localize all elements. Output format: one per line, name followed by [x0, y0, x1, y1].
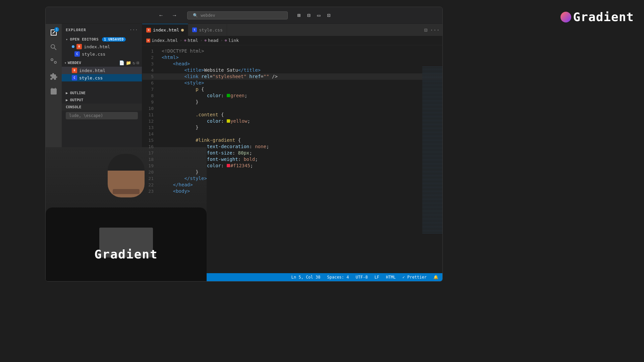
code-line-21: 21 </style> [142, 175, 442, 182]
tab-unsaved-dot [181, 29, 184, 32]
sidebar-header-icons: ··· [129, 27, 138, 33]
breadcrumb-html[interactable]: ⊕ html [184, 38, 198, 43]
spaces-indicator[interactable]: Spaces: 4 [326, 275, 350, 280]
code-line-1: 1 <!DOCTYPE html> [142, 48, 442, 54]
tab-css-icon: C [192, 27, 197, 32]
code-line-15: 15 #link-gradient { [142, 137, 442, 143]
code-line-6: 6 <style> [142, 80, 442, 86]
console-section[interactable]: CONSOLE [62, 104, 142, 111]
titlebar: ← → 🔍 webdev ⊞ ⊟ ▭ ⊡ [46, 7, 442, 24]
css-icon: C [74, 51, 80, 57]
code-line-8: 8 color: green; [142, 93, 442, 99]
code-container[interactable]: 1 <!DOCTYPE html> 2 <html> 3 <head> 4 [142, 45, 442, 273]
bell-icon[interactable]: 🔔 [432, 275, 440, 280]
forward-button[interactable]: → [169, 11, 180, 20]
code-line-11: 11 .content { [142, 112, 442, 118]
color-swatch-yellow [227, 119, 230, 123]
code-line-14: 14 [142, 131, 442, 137]
code-line-19: 19 color: #f12345; [142, 163, 442, 169]
tab-bar-icons: ⊡ ··· [424, 27, 442, 33]
code-line-20: 20 } [142, 169, 442, 175]
titlebar-icons: ⊞ ⊟ ▭ ⊡ [295, 11, 332, 19]
code-line-13: 13 } [142, 124, 442, 131]
webdev-file-index-html[interactable]: H index.html [62, 67, 142, 74]
open-file-style-css[interactable]: C style.css [62, 50, 142, 58]
code-line-9: 9 } [142, 99, 442, 105]
code-line-18: 18 font-weight: bold; [142, 156, 442, 163]
collapse-icon[interactable]: ⊟ [137, 60, 139, 65]
layout-icon-1[interactable]: ⊞ [295, 11, 303, 19]
webdev-section: ▾ WEBDEV 📄 📁 ↻ ⊟ H index.html C [62, 58, 142, 83]
breadcrumb-html-icon: H [146, 39, 150, 43]
code-line-2: 2 <html> [142, 54, 442, 61]
formatter-indicator[interactable]: ✓ Prettier [401, 275, 428, 280]
tab-index-html[interactable]: H index.html [142, 24, 188, 36]
open-editors-section[interactable]: ▾ OPEN EDITORS 1 unsaved [62, 36, 142, 43]
breadcrumb-sep-2: › [200, 38, 203, 43]
breadcrumb-sep-3: › [220, 38, 223, 43]
layout-icon-3[interactable]: ▭ [315, 11, 323, 19]
refresh-icon[interactable]: ↻ [132, 60, 135, 65]
activity-source-control[interactable] [48, 56, 60, 68]
activity-tree[interactable] [48, 85, 60, 98]
main-layout: 1 [46, 24, 442, 281]
webdev-header[interactable]: ▾ WEBDEV 📄 📁 ↻ ⊟ [62, 59, 142, 67]
activity-extensions[interactable] [48, 71, 60, 83]
sidebar: EXPLORER ··· ▾ OPEN EDITORS 1 unsaved H … [62, 24, 142, 281]
tab-html-icon: H [146, 28, 151, 33]
new-file-icon[interactable]: 📄 [119, 60, 124, 65]
code-line-16: 16 text-decoration: none; [142, 143, 442, 150]
code-line-7: 7 p { [142, 86, 442, 93]
color-swatch-red [227, 164, 230, 167]
color-swatch-green [227, 94, 230, 97]
search-bar[interactable]: 🔍 webdev [187, 11, 288, 19]
code-line-17: 17 font-size: 80px; [142, 150, 442, 156]
editor-area: H index.html C style.css ⊡ ··· H index.h… [142, 24, 442, 281]
new-folder-icon[interactable]: 📁 [126, 60, 131, 65]
webdev-header-icons: 📄 📁 ↻ ⊟ [119, 60, 139, 65]
breadcrumb-tag-icon-3: ⊕ [225, 38, 227, 43]
gradient-logo-icon [560, 12, 571, 22]
more-icon[interactable]: ··· [129, 27, 138, 33]
activity-explorer[interactable]: 1 [48, 26, 60, 39]
code-line-10: 10 [142, 105, 442, 112]
encoding-indicator[interactable]: UTF-8 [354, 275, 369, 280]
outline-section[interactable]: ▶ OUTLINE [62, 89, 142, 97]
webdev-file-style-css[interactable]: C style.css [62, 74, 142, 81]
console-input[interactable]: lude, \escape) [66, 112, 138, 119]
tab-bar: H index.html C style.css ⊡ ··· [142, 24, 442, 36]
position-indicator[interactable]: Ln 5, Col 38 [290, 275, 322, 280]
html-icon-2: H [72, 68, 77, 73]
tab-style-css[interactable]: C style.css [188, 24, 227, 36]
sidebar-header: EXPLORER ··· [62, 24, 142, 36]
breadcrumb-link[interactable]: ⊕ link [225, 38, 239, 43]
breadcrumb-tag-icon-1: ⊕ [184, 38, 186, 43]
person-head [108, 154, 145, 197]
person-beard [113, 189, 140, 194]
language-indicator[interactable]: HTML [385, 275, 397, 280]
breadcrumb-head[interactable]: ⊕ head [204, 38, 218, 43]
breadcrumb-sep-1: › [180, 38, 182, 43]
split-editor-icon[interactable]: ⊡ [424, 27, 427, 33]
open-file-index-html[interactable]: H index.html [62, 43, 142, 50]
html-icon: H [76, 44, 82, 49]
code-line-5: 5 <link rel="stylesheet" href="" /> [142, 73, 442, 80]
layout-icon-2[interactable]: ⊟ [305, 11, 313, 19]
code-line-23: 23 <body> [142, 188, 442, 194]
css-icon-2: C [72, 75, 77, 80]
line-ending-indicator[interactable]: LF [373, 275, 380, 280]
code-line-22: 22 </head> [142, 182, 442, 188]
output-section[interactable]: ▶ OUTPUT [62, 97, 142, 104]
gradient-logo: Gradient [560, 10, 634, 24]
vscode-window: ← → 🔍 webdev ⊞ ⊟ ▭ ⊡ 1 [45, 7, 443, 282]
activity-search[interactable] [48, 41, 60, 53]
breadcrumb-file[interactable]: H index.html [146, 38, 178, 43]
unsaved-dot [72, 45, 74, 48]
more-tabs-icon[interactable]: ··· [430, 27, 440, 33]
back-button[interactable]: ← [156, 11, 166, 20]
breadcrumb: H index.html › ⊕ html › ⊕ head › ⊕ link [142, 36, 442, 45]
code-line-4: 4 <title>Website Satu</title> [142, 67, 442, 73]
code-line-12: 12 color: yellow; [142, 118, 442, 124]
layout-icon-4[interactable]: ⊡ [325, 11, 332, 19]
status-right: Ln 5, Col 38 Spaces: 4 UTF-8 LF HTML ✓ P… [290, 275, 440, 280]
